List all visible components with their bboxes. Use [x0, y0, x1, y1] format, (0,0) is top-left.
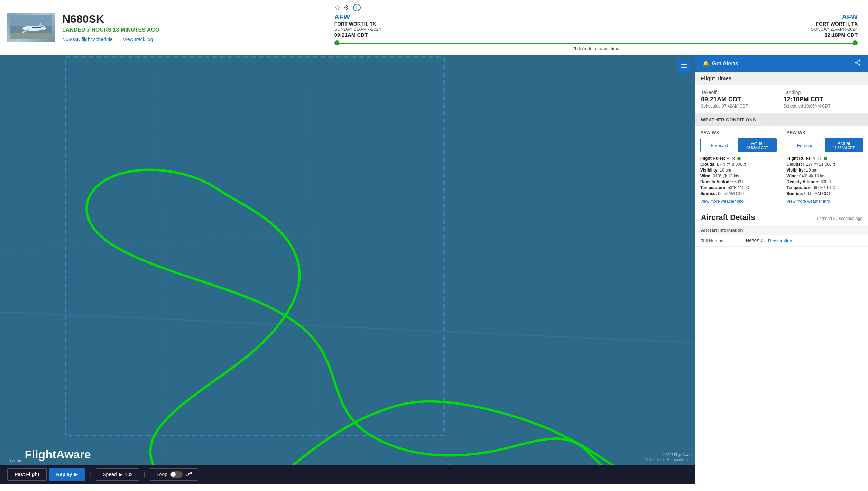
- header-links: N680SK flight schedule View track log: [62, 37, 324, 42]
- speed-button[interactable]: Speed ▶ 10x: [96, 468, 139, 481]
- flight-times-body: Takeoff 09:21AM CDT Scheduled 07:42AM CD…: [695, 85, 868, 113]
- map-copyright: © 2024 FlightAware© OpenStreetMap contri…: [645, 453, 692, 462]
- landing-block: Landing 12:18PM CDT Scheduled 10:06AM CD…: [784, 90, 863, 109]
- info-circle-icon: i: [353, 4, 361, 11]
- origin-block: AFW FORT WORTH, TX SUNDAY 21-APR-2024 09…: [334, 13, 381, 38]
- svg-point-28: [855, 62, 857, 64]
- loop-button[interactable]: Loop Off: [150, 468, 199, 481]
- past-flight-button[interactable]: Past Flight: [7, 468, 47, 481]
- origin-date: SUNDAY 21-APR-2024: [334, 27, 381, 32]
- weather-right-clouds: Clouds: FEW @ 11,000 ft: [787, 162, 864, 167]
- vfr-dot-left: [737, 157, 741, 160]
- landing-scheduled: Scheduled 10:06AM CDT: [784, 104, 863, 109]
- weather-right-tabs: Forecast Actual 11:53AM CDT: [787, 138, 864, 152]
- header-info: N680SK LANDED 7 HOURS 13 MINUTES AGO N68…: [62, 13, 324, 42]
- svg-point-7: [26, 29, 29, 31]
- weather-header: WEATHER CONDITIONS: [695, 114, 868, 126]
- track-log-link[interactable]: View track log: [123, 37, 153, 42]
- weather-left-temperature: Temperature: 53°F / 12°C: [700, 185, 777, 190]
- layers-button[interactable]: [677, 59, 691, 73]
- svg-line-29: [857, 61, 858, 62]
- weather-section: WEATHER CONDITIONS AFW WX Forecast Actua…: [695, 114, 868, 208]
- map-canvas: AFW FlightAware ✈ 100 km 50 mi © 2024 Fl…: [0, 55, 695, 484]
- flight-times-section: Flight Times Takeoff 09:21AM CDT Schedul…: [695, 72, 868, 114]
- destination-code[interactable]: AFW: [811, 13, 858, 21]
- svg-point-27: [859, 64, 860, 66]
- weather-left-forecast-tab[interactable]: Forecast: [701, 138, 738, 152]
- weather-columns: AFW WX Forecast Actual 08:53AM CDT Fligh…: [695, 126, 868, 208]
- page-header: N680SK LANDED 7 HOURS 13 MINUTES AGO N68…: [0, 0, 868, 55]
- schedule-link[interactable]: N680SK flight schedule: [62, 37, 113, 42]
- gear-icon[interactable]: ⚙: [343, 4, 349, 11]
- svg-rect-24: [681, 66, 687, 66]
- svg-point-8: [42, 26, 46, 30]
- tail-number: N680SK: [62, 13, 324, 26]
- landing-time: 12:18PM CDT: [784, 96, 863, 103]
- weather-right-more-link[interactable]: View more weather info: [787, 199, 864, 204]
- map-scale-label-100: 100 km: [10, 458, 21, 462]
- weather-left-label: AFW WX: [700, 130, 777, 135]
- aircraft-details-updated: updated 27 seconds ago: [817, 216, 862, 221]
- destination-dot: [853, 40, 858, 45]
- travel-time: 2h 57m total travel time: [573, 46, 619, 51]
- weather-left-actual-tab[interactable]: Actual 08:53AM CDT: [738, 138, 776, 152]
- weather-right-actual-tab[interactable]: Actual 11:53AM CDT: [825, 138, 863, 152]
- takeoff-block: Takeoff 09:21AM CDT Scheduled 07:42AM CD…: [701, 90, 780, 109]
- right-panel: 🔔 Get Alerts Flight Times Takeoff: [695, 55, 868, 484]
- alerts-bar: 🔔 Get Alerts: [695, 55, 868, 72]
- ac-info-section-header: Aircraft Information: [695, 225, 868, 235]
- weather-right-visibility: Visibility: 10 sm: [787, 168, 864, 173]
- origin-dot: [334, 40, 339, 45]
- flight-status: LANDED 7 HOURS 13 MINUTES AGO: [62, 27, 324, 33]
- svg-text:FlightAware: FlightAware: [25, 448, 91, 461]
- weather-right-label: AFW WX: [787, 130, 864, 135]
- loop-toggle-knob: [171, 472, 176, 477]
- weather-right-density: Density Altitude: 600 ft: [787, 179, 864, 184]
- weather-left-visibility: Visibility: 10 sm: [700, 168, 777, 173]
- origin-code[interactable]: AFW: [334, 13, 381, 21]
- weather-left-col: AFW WX Forecast Actual 08:53AM CDT Fligh…: [695, 126, 782, 208]
- origin-time: 09:21AM CDT: [334, 32, 381, 38]
- route-line: [334, 40, 858, 45]
- weather-right-sunrise: Sunrise: 06:52AM CDT: [787, 191, 864, 196]
- aircraft-image: [7, 13, 55, 42]
- star-icon[interactable]: ☆: [334, 3, 341, 12]
- svg-line-30: [857, 63, 858, 64]
- svg-point-26: [859, 60, 860, 62]
- takeoff-scheduled: Scheduled 07:42AM CDT: [701, 104, 780, 109]
- destination-block: AFW FORT WORTH, TX SUNDAY 21-APR-2024 12…: [811, 13, 858, 38]
- route-line-bar: [339, 43, 853, 44]
- landing-label: Landing: [784, 90, 863, 95]
- weather-left-wind: Wind: 010° @ 13 kts: [700, 174, 777, 178]
- map-section: AFW FlightAware ✈ 100 km 50 mi © 2024 Fl…: [0, 55, 695, 484]
- divider1: |: [90, 472, 91, 477]
- registration-link[interactable]: Registration: [768, 238, 792, 243]
- tail-number-row-value: N680SK · Registration: [746, 238, 792, 243]
- takeoff-time: 09:21AM CDT: [701, 96, 780, 103]
- svg-rect-25: [681, 67, 687, 68]
- share-button[interactable]: [854, 59, 861, 68]
- aircraft-details-header: Aircraft Details updated 27 seconds ago: [695, 208, 868, 225]
- vfr-dot-right: [824, 157, 827, 160]
- flight-times-grid: Takeoff 09:21AM CDT Scheduled 07:42AM CD…: [701, 90, 862, 109]
- divider2: |: [144, 472, 145, 477]
- get-alerts-button[interactable]: 🔔 Get Alerts: [702, 60, 738, 67]
- svg-rect-2: [10, 33, 52, 39]
- loop-toggle[interactable]: [170, 471, 183, 478]
- replay-play-icon: ▶: [74, 472, 78, 477]
- svg-rect-10: [0, 55, 695, 484]
- weather-left-sunrise: Sunrise: 06:52AM CDT: [700, 191, 777, 196]
- weather-left-more-link[interactable]: View more weather info: [700, 199, 777, 204]
- weather-right-forecast-tab[interactable]: Forecast: [787, 138, 825, 152]
- takeoff-label: Takeoff: [701, 90, 780, 95]
- replay-button[interactable]: Replay ▶: [49, 468, 86, 481]
- weather-left-tabs: Forecast Actual 08:53AM CDT: [700, 138, 777, 152]
- destination-date: SUNDAY 21-APR-2024: [811, 27, 858, 32]
- origin-city: FORT WORTH, TX: [334, 21, 381, 27]
- destination-city: FORT WORTH, TX: [811, 21, 858, 27]
- main-content: AFW FlightAware ✈ 100 km 50 mi © 2024 Fl…: [0, 55, 868, 484]
- aircraft-details-section: Aircraft Details updated 27 seconds ago …: [695, 208, 868, 247]
- route-header: ☆ ⚙ i AFW FORT WORTH, TX SUNDAY 21-APR-2…: [331, 3, 861, 51]
- destination-time: 12:18PM CDT: [811, 32, 858, 38]
- speed-play-icon: ▶: [119, 472, 123, 477]
